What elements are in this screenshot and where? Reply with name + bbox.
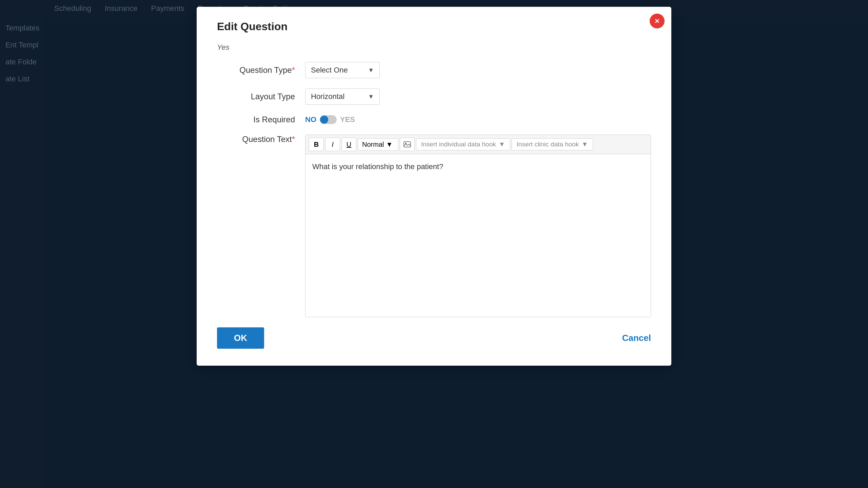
is-required-toggle[interactable]: NO YES [305,115,355,124]
toggle-knob [320,116,328,124]
cancel-button[interactable]: Cancel [622,333,651,343]
ok-button[interactable]: OK [217,327,264,349]
clinic-data-hook-dropdown[interactable]: Insert clinic data hook ▼ [512,138,593,150]
clinic-hook-label: Insert clinic data hook [517,141,579,148]
format-arrow: ▼ [386,141,393,148]
toggle-switch[interactable] [320,115,337,124]
individual-data-hook-dropdown[interactable]: Insert individual data hook ▼ [416,138,510,150]
question-type-arrow: ▼ [368,67,374,74]
close-button[interactable]: × [650,14,665,28]
is-required-row: Is Required NO YES [217,115,651,124]
question-text-label: Question Text* [217,135,305,144]
toggle-no-label: NO [305,115,316,124]
modal-header: Edit Question [217,20,651,33]
bold-button[interactable]: B [309,138,324,151]
individual-hook-label: Insert individual data hook [421,141,496,148]
format-dropdown[interactable]: Normal ▼ [358,138,398,151]
yes-label: Yes [217,43,651,52]
individual-hook-arrow: ▼ [499,141,505,148]
layout-type-row: Layout Type Horizontal ▼ [217,88,651,105]
format-value: Normal [362,141,384,148]
layout-type-value: Horizontal [311,92,344,101]
layout-type-dropdown[interactable]: Horizontal ▼ [305,88,380,105]
question-type-dropdown[interactable]: Select One ▼ [305,62,380,78]
editor-body[interactable]: What is your relationship to the patient… [305,154,651,317]
layout-type-arrow: ▼ [368,93,374,100]
svg-rect-0 [404,142,411,147]
italic-button[interactable]: I [325,138,340,151]
underline-button[interactable]: U [341,138,356,151]
image-icon-button[interactable] [400,138,415,151]
edit-question-modal: × Edit Question Yes Question Type* Selec… [197,7,671,366]
is-required-label: Is Required [217,115,305,124]
layout-type-label: Layout Type [217,92,305,101]
clinic-hook-arrow: ▼ [581,141,588,148]
question-type-value: Select One [311,66,348,75]
modal-title: Edit Question [217,20,288,33]
toggle-yes-label: YES [340,115,355,124]
modal-overlay: × Edit Question Yes Question Type* Selec… [0,0,868,488]
question-type-row: Question Type* Select One ▼ [217,62,651,78]
question-text-editor: B I U Normal ▼ Ins [305,135,651,317]
question-text-row: Question Text* B I U Normal ▼ [217,135,651,317]
question-type-label: Question Type* [217,65,305,75]
modal-footer: OK Cancel [217,327,651,349]
editor-toolbar: B I U Normal ▼ Ins [305,135,651,154]
